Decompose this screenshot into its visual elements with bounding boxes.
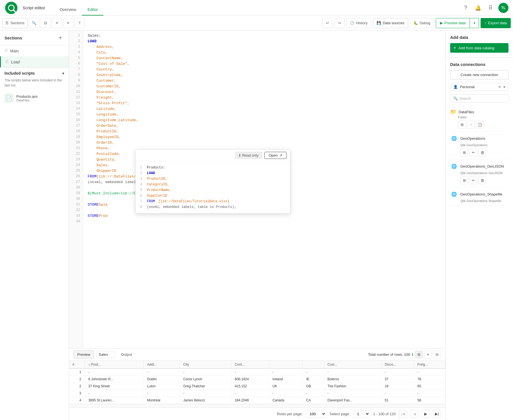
format-button[interactable]: ⊟ — [41, 18, 51, 28]
history-label: History — [356, 21, 367, 25]
conn-name-shapefile: GeoOperations_Shapefile — [460, 192, 503, 196]
outdent-button[interactable]: ≡ — [63, 18, 73, 28]
left-panel: Sections + ⠿ Main ⠿ Load 🗑 Included scri… — [0, 30, 69, 420]
datafiles-action-2[interactable]: ↑ — [467, 121, 475, 128]
connection-item-shapefile: 🌐 GeoOperations_Shapefile Qlik GeoOperat… — [450, 187, 508, 206]
conn-action-select[interactable]: ⊞ — [460, 176, 468, 184]
rows-per-page-label: Rows per page: — [277, 412, 302, 416]
drag-icon: ⠿ — [5, 59, 9, 65]
redo-button[interactable]: ↪ — [334, 18, 344, 28]
export-label: Export data — [488, 21, 507, 25]
sections-toggle-button[interactable]: ☰ Sections — [2, 18, 28, 28]
grid-icon[interactable]: ⠿ — [486, 3, 495, 12]
sales-select[interactable]: Sales — [96, 351, 115, 358]
col-header-cont[interactable]: Cont... — [231, 361, 269, 368]
col-header-city[interactable]: City — [180, 361, 231, 368]
code-line-12: Freight, — [88, 95, 441, 100]
conn-action-delete[interactable]: 🗑 — [478, 176, 486, 184]
preview-dropdown-button[interactable]: ▾ — [470, 18, 479, 28]
section-item-main[interactable]: ⠿ Main — [0, 45, 69, 56]
horizontal-scrollbar[interactable] — [69, 404, 445, 407]
help-code-button[interactable]: ? — [74, 18, 85, 28]
rows-per-page-select[interactable]: 100 — [306, 410, 326, 417]
cell: - — [269, 368, 303, 376]
col-header-6[interactable] — [303, 361, 324, 368]
conn-actions-geoops: ⊞ ✏ 🗑 — [450, 148, 508, 156]
preview-group: ▶ Preview data ▾ — [436, 18, 479, 28]
included-scripts-title: Included scripts — [5, 71, 35, 75]
plus-icon: + — [454, 45, 456, 50]
export-data-button[interactable]: ↑ Export data — [481, 18, 511, 28]
create-connection-button[interactable]: Create new connection — [450, 70, 508, 79]
cell: The Fashion — [324, 383, 381, 390]
col-header-addr[interactable]: Addr... — [144, 361, 180, 368]
clear-filter-icon[interactable]: ✕ — [498, 85, 501, 89]
next-page-button[interactable]: ▶ — [422, 410, 430, 418]
conn-action-edit[interactable]: ✏ — [469, 176, 477, 184]
page-select[interactable]: 1 — [353, 410, 370, 417]
search-button[interactable]: 🔍 — [29, 18, 39, 28]
help-icon[interactable]: ? — [461, 3, 470, 12]
code-line-33: STORE Prod — [88, 213, 441, 219]
pivot-view-icon[interactable]: ⊟ — [433, 351, 441, 359]
avatar[interactable]: TL — [498, 3, 508, 13]
output-tab[interactable]: Output — [117, 350, 136, 359]
code-line-4: City, — [88, 50, 441, 55]
history-button[interactable]: 🕐 History — [346, 18, 371, 28]
datafiles-action-1[interactable]: ⊞ — [458, 121, 466, 128]
cell: - — [144, 390, 180, 397]
datasources-button[interactable]: 💾 Data sources — [373, 18, 408, 28]
first-page-button[interactable]: |◀ — [399, 410, 407, 418]
conn-name-geoops: GeoOperations — [460, 136, 485, 141]
cell: - — [381, 390, 414, 397]
cell: - — [269, 390, 303, 397]
readonly-badge[interactable]: ℹ Read only — [235, 152, 262, 159]
bell-icon[interactable]: 🔔 — [474, 3, 483, 12]
cell: - — [381, 368, 414, 376]
conn-action-select[interactable]: ⊞ — [460, 148, 468, 156]
add-section-button[interactable]: + — [56, 34, 64, 42]
col-header-prod[interactable]: ↕ Prod... — [85, 361, 144, 368]
preview-tab[interactable]: Preview — [74, 350, 94, 359]
col-header-freig[interactable]: Freig... — [414, 361, 445, 368]
cell: GB — [303, 383, 324, 390]
conn-action-delete[interactable]: 🗑 — [478, 148, 486, 156]
col-header-disco[interactable]: Disco... — [381, 361, 414, 368]
row-num: 3 — [69, 390, 85, 397]
list-view-icon[interactable]: ≡ — [424, 351, 432, 359]
undo-button[interactable]: ↩ — [322, 18, 333, 28]
tab-editor[interactable]: Editor — [82, 4, 103, 15]
cell: - — [231, 390, 269, 397]
personal-filter: 👤 Personal ✕ ▾ — [450, 83, 508, 91]
col-header-5[interactable] — [269, 361, 303, 368]
included-scripts-header[interactable]: Included scripts ▾ — [5, 71, 64, 75]
prev-page-button[interactable]: ◀ — [410, 410, 418, 418]
last-page-button[interactable]: ▶| — [433, 410, 441, 418]
table-row: 1 - - - - - - - - - — [69, 368, 445, 376]
col-header-cust[interactable]: Cust... — [324, 361, 381, 368]
grid-view-icon[interactable]: ⊞ — [415, 351, 423, 359]
datafiles-item: 📁 DataFiles Folder ⊞ ↑ 📋 — [450, 106, 508, 132]
cell: Ireland — [269, 376, 303, 383]
script-file-icon: 📄 — [5, 94, 14, 103]
section-item-load[interactable]: ⠿ Load 🗑 — [0, 56, 69, 67]
topbar-right: ? 🔔 ⠿ TL — [461, 3, 508, 13]
data-connections-section: Data connections Create new connection 👤… — [446, 57, 513, 210]
datafiles-action-3[interactable]: 📋 — [476, 121, 484, 128]
tab-overview[interactable]: Overview — [54, 4, 82, 15]
globe-icon: 🌐 — [450, 190, 458, 198]
code-line-34 — [88, 219, 441, 224]
add-catalog-button[interactable]: + Add from data catalog — [450, 43, 508, 53]
chevron-down-icon: ▾ — [62, 71, 64, 75]
datafiles-name: DataFiles — [459, 110, 474, 114]
chevron-down-icon[interactable]: ▾ — [503, 85, 505, 89]
indent-button[interactable]: ≡ — [52, 18, 62, 28]
table-header: # ↕ Prod... Addr... City Cont... Cust...… — [69, 361, 445, 368]
search-icon: 🔍 — [453, 96, 458, 101]
search-box[interactable]: 🔍 Search — [450, 94, 508, 103]
preview-data-button[interactable]: ▶ Preview data — [436, 18, 470, 28]
conn-action-edit[interactable]: ✏ — [469, 148, 477, 156]
open-file-button[interactable]: Open ↗ — [264, 152, 287, 159]
debug-button[interactable]: 🐛 Debug — [410, 18, 434, 28]
code-line-3: Address, — [88, 44, 441, 50]
